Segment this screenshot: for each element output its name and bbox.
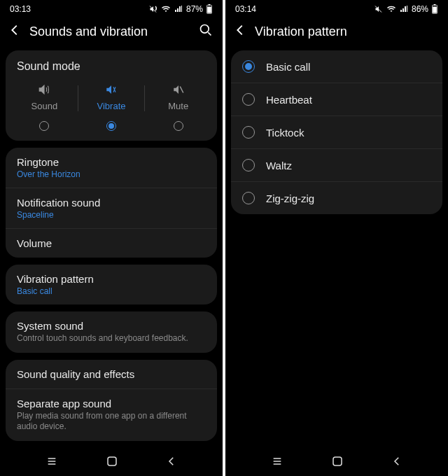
notification-sound-row[interactable]: Notification sound Spaceline bbox=[6, 188, 217, 229]
vibration-option-heartbeat[interactable]: Heartbeat bbox=[231, 83, 442, 116]
home-button[interactable] bbox=[331, 455, 344, 468]
phone-right: 03:14 86% Vibration pattern bbox=[225, 0, 448, 476]
row-title: Sound quality and effects bbox=[17, 368, 206, 380]
option-label: Heartbeat bbox=[266, 94, 312, 106]
separate-app-sound-row[interactable]: Separate app sound Play media sound from… bbox=[6, 389, 217, 441]
svg-rect-8 bbox=[333, 457, 342, 465]
volume-row[interactable]: Volume bbox=[6, 229, 217, 258]
battery-percent: 86% bbox=[412, 4, 428, 14]
radio-icon bbox=[242, 93, 255, 106]
row-sub: Play media sound from one app on a diffe… bbox=[17, 411, 206, 433]
svg-rect-2 bbox=[207, 7, 211, 13]
nav-back-button[interactable] bbox=[391, 455, 403, 468]
row-sub: Over the Horizon bbox=[17, 169, 206, 179]
row-title: Notification sound bbox=[17, 197, 206, 209]
sound-mode-option-mute[interactable]: Mute bbox=[145, 83, 211, 131]
svg-point-3 bbox=[201, 25, 209, 34]
row-sub: Control touch sounds and keyboard feedba… bbox=[17, 333, 206, 344]
sound-mode-title: Sound mode bbox=[6, 50, 217, 80]
row-title: Vibration pattern bbox=[17, 273, 206, 285]
settings-card: System sound Control touch sounds and ke… bbox=[6, 312, 217, 353]
phone-left: 03:13 87% Sounds and vibration bbox=[0, 0, 223, 476]
status-icons: 86% bbox=[374, 4, 438, 14]
home-button[interactable] bbox=[106, 455, 118, 468]
battery-percent: 87% bbox=[186, 4, 203, 14]
sound-mode-option-vibrate[interactable]: Vibrate bbox=[78, 83, 145, 131]
mute-icon bbox=[172, 83, 186, 97]
header: Sounds and vibration bbox=[0, 15, 223, 50]
option-label: Zig-zig-zig bbox=[266, 192, 314, 204]
recents-button[interactable] bbox=[45, 456, 59, 467]
header: Vibration pattern bbox=[225, 15, 448, 50]
option-label: Waltz bbox=[266, 160, 292, 172]
radio-icon bbox=[174, 121, 183, 131]
system-sound-row[interactable]: System sound Control touch sounds and ke… bbox=[6, 312, 217, 353]
mode-label: Mute bbox=[168, 101, 188, 111]
recents-button[interactable] bbox=[270, 456, 284, 467]
search-button[interactable] bbox=[199, 23, 213, 40]
battery-icon bbox=[431, 4, 438, 14]
vibrate-mute-icon bbox=[374, 5, 384, 13]
settings-card: Sound quality and effects Separate app s… bbox=[6, 360, 217, 441]
sound-icon bbox=[37, 83, 51, 97]
vibration-option-zigzigzig[interactable]: Zig-zig-zig bbox=[231, 182, 442, 214]
svg-rect-7 bbox=[433, 7, 437, 13]
sound-quality-row[interactable]: Sound quality and effects bbox=[6, 360, 217, 389]
sound-mode-option-sound[interactable]: Sound bbox=[11, 83, 78, 131]
row-sub: Basic call bbox=[17, 286, 206, 296]
signal-icon bbox=[174, 5, 183, 13]
signal-icon bbox=[399, 5, 409, 13]
status-time: 03:13 bbox=[10, 4, 31, 14]
settings-card: Ringtone Over the Horizon Notification s… bbox=[6, 148, 217, 258]
svg-rect-6 bbox=[434, 4, 436, 5]
radio-icon bbox=[242, 159, 255, 172]
row-title: Separate app sound bbox=[17, 398, 206, 410]
row-title: Ringtone bbox=[17, 156, 206, 168]
settings-card: Vibration pattern Basic call bbox=[6, 265, 217, 304]
option-label: Basic call bbox=[266, 61, 310, 73]
radio-icon bbox=[39, 121, 49, 131]
vibration-option-ticktock[interactable]: Ticktock bbox=[231, 116, 442, 149]
page-title: Sounds and vibration bbox=[29, 24, 192, 39]
wifi-icon bbox=[161, 5, 171, 13]
nav-bar bbox=[0, 448, 223, 476]
battery-icon bbox=[206, 4, 213, 14]
vibration-option-basic-call[interactable]: Basic call bbox=[231, 50, 442, 83]
back-button[interactable] bbox=[232, 22, 248, 41]
vibration-options-card: Basic call Heartbeat Ticktock Waltz Zig-… bbox=[231, 50, 442, 214]
row-sub: Spaceline bbox=[17, 210, 206, 220]
status-bar: 03:14 86% bbox=[225, 0, 448, 15]
status-bar: 03:13 87% bbox=[0, 0, 223, 15]
status-time: 03:14 bbox=[235, 4, 256, 14]
wifi-icon bbox=[386, 5, 396, 13]
row-title: System sound bbox=[17, 320, 206, 332]
sound-mode-row: Sound Vibrate Mute bbox=[6, 80, 217, 141]
mode-label: Vibrate bbox=[97, 101, 126, 111]
nav-bar bbox=[225, 448, 448, 476]
vibrate-mute-icon bbox=[148, 5, 158, 13]
sound-mode-card: Sound mode Sound Vibrate bbox=[6, 50, 217, 141]
radio-icon bbox=[242, 192, 255, 204]
row-title: Volume bbox=[17, 237, 206, 249]
mode-label: Sound bbox=[31, 101, 58, 111]
vibration-option-waltz[interactable]: Waltz bbox=[231, 149, 442, 182]
radio-icon bbox=[242, 126, 255, 139]
vibration-pattern-row[interactable]: Vibration pattern Basic call bbox=[6, 265, 217, 304]
content-area: Basic call Heartbeat Ticktock Waltz Zig-… bbox=[225, 50, 448, 448]
ringtone-row[interactable]: Ringtone Over the Horizon bbox=[6, 148, 217, 188]
radio-icon bbox=[242, 60, 255, 73]
svg-rect-1 bbox=[209, 4, 211, 5]
vibrate-icon bbox=[104, 83, 118, 97]
option-label: Ticktock bbox=[266, 127, 304, 139]
radio-icon bbox=[106, 121, 116, 131]
svg-rect-4 bbox=[108, 457, 116, 465]
page-title: Vibration pattern bbox=[255, 24, 438, 39]
content-area: Sound mode Sound Vibrate bbox=[0, 50, 223, 448]
status-icons: 87% bbox=[148, 4, 213, 14]
nav-back-button[interactable] bbox=[165, 455, 178, 468]
back-button[interactable] bbox=[7, 22, 22, 41]
